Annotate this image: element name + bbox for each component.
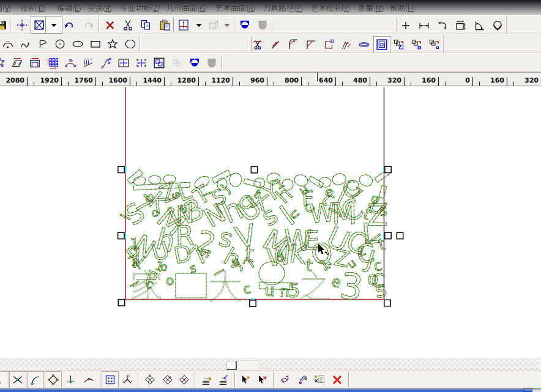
toolbar-button-dome-blue[interactable] [236, 17, 253, 34]
horizontal-scrollbar[interactable] [0, 358, 541, 370]
selection-handle[interactable] [251, 166, 257, 172]
selection-handle[interactable] [250, 300, 256, 306]
toolbar-button-dome-gray[interactable] [254, 17, 271, 34]
toolbar-button-paste[interactable] [157, 17, 174, 34]
toolbar-button-m-dist[interactable] [416, 17, 433, 34]
menu-item-3[interactable] [57, 0, 81, 15]
toolbar-button-dome-gray[interactable] [203, 54, 220, 72]
toolbar-button-crosshair[interactable] [13, 17, 31, 34]
toolbar-button-axes2d[interactable] [175, 17, 192, 34]
toolbar-button-m-rect[interactable] [452, 17, 469, 34]
canvas-viewport[interactable]: 7KZLTSoXYhFtJCUSMW3NhUsIWMCZNhR2sVMWEUCL… [0, 86, 541, 358]
toolbar-button-x-curve[interactable] [97, 54, 114, 72]
toolbar-button-m-circ[interactable] [489, 17, 506, 34]
toolbar-button-l-move[interactable] [198, 371, 215, 388]
toolbar-button-x-move[interactable] [115, 54, 132, 72]
toolbar-button-s-near[interactable] [80, 371, 97, 388]
toolbar-button-star[interactable] [104, 35, 121, 53]
toolbar-button-p-doc[interactable] [311, 371, 328, 388]
menu-item-9[interactable] [311, 0, 351, 15]
toolbar-button-dropdown[interactable] [218, 17, 236, 34]
toolbar-button-n-flat[interactable] [356, 36, 373, 53]
toolbar-button-dropdown[interactable] [45, 17, 62, 34]
box3d-icon [207, 19, 220, 31]
menu-item-10[interactable] [358, 0, 384, 15]
toolbar-button-copy[interactable] [137, 17, 154, 34]
toolbar-button-circle[interactable] [51, 35, 69, 53]
toolbar-button-n-copy1[interactable] [390, 36, 408, 53]
menu-item-6[interactable] [166, 0, 207, 15]
toolbar-button-n-copy3[interactable] [426, 36, 443, 53]
n-copy1-icon [393, 39, 405, 51]
toolbar-node-edit [247, 35, 444, 52]
scrollbar-thumb[interactable] [226, 361, 237, 371]
toolbar-button-p-diam[interactable] [277, 371, 294, 388]
selection-handle[interactable] [385, 166, 391, 172]
toolbar-button-v-iso1[interactable] [141, 371, 159, 388]
toolbar-button-x-skew[interactable] [9, 54, 26, 72]
toolbar-button-ellipse[interactable] [69, 35, 86, 53]
toolbar-button-n-chamfer[interactable] [302, 36, 319, 53]
toolbar-measure [392, 17, 507, 33]
toolbar-button-n-cut[interactable] [249, 36, 266, 53]
toolbar-button-save[interactable] [0, 17, 10, 34]
toolbar-button-x-mirror[interactable] [26, 54, 43, 72]
selection-handle[interactable] [397, 232, 403, 239]
toolbar-button-delete[interactable] [102, 17, 119, 34]
selection-handle[interactable] [118, 300, 124, 306]
selection-handle[interactable] [384, 300, 390, 306]
toolbar-button-n-nest[interactable] [373, 36, 390, 53]
toolbar-button-polyline[interactable] [34, 35, 51, 53]
toolbar-button-x-array[interactable] [44, 54, 61, 72]
toolbar-button-n-fillet[interactable] [285, 36, 302, 53]
toolbar-button-arc[interactable] [0, 35, 17, 53]
toolbar-button-curve[interactable] [17, 35, 34, 53]
toolbar-button-x-shrink[interactable] [133, 54, 150, 72]
toolbar-button-cut[interactable] [119, 17, 136, 34]
toolbar-button-s-grid[interactable] [102, 371, 119, 388]
toolbar-button-x-group-gray[interactable] [168, 54, 185, 72]
toolbar-button-s-quad[interactable] [45, 371, 62, 388]
menu-item-8[interactable] [263, 0, 304, 15]
toolbar-button-rectangle[interactable] [87, 35, 104, 53]
drawing-canvas[interactable]: 7KZLTSoXYhFtJCUSMW3NhUsIWMCZNhR2sVMWEUCL… [0, 86, 541, 358]
toolbar-button-redo[interactable] [80, 17, 97, 34]
toolbar-button-l-movearr[interactable] [215, 371, 233, 388]
menu-item-11[interactable] [390, 0, 416, 15]
toolbar-button-p-dot[interactable] [294, 371, 311, 388]
toolbar-button-n-extend[interactable] [267, 36, 284, 53]
toolbar-button-n-copy2[interactable] [408, 36, 425, 53]
toolbar-button-x-proj[interactable] [80, 54, 97, 72]
toolbar-button-n-offset[interactable] [338, 36, 355, 53]
toolbar-button-p-arrow[interactable] [237, 371, 254, 388]
x-group-gray-icon [171, 57, 183, 69]
nested-shapes-dark[interactable]: 7KZLTSoXYhFtJCUSMW3NhUsIWMCZNhR2sVMWEUCL… [117, 169, 390, 309]
toolbar-button-n-close[interactable] [320, 36, 337, 53]
toolbar-button-s-cross[interactable] [9, 371, 26, 388]
toolbar-button-s-tan[interactable] [27, 371, 44, 388]
toolbar-button-x-node[interactable] [0, 54, 8, 72]
toolbar-button-dome-blue[interactable] [186, 54, 203, 72]
toolbar-button-p-delx[interactable] [329, 371, 346, 388]
selection-handle[interactable] [385, 232, 391, 239]
toolbar-button-x-arch[interactable] [62, 54, 79, 72]
menu-item-7[interactable] [215, 0, 256, 15]
toolbar-button-v-iso2[interactable] [159, 371, 176, 388]
menu-item-5[interactable] [120, 0, 160, 15]
toolbar-button-m-angle[interactable] [471, 17, 488, 34]
toolbar-button-x-group[interactable] [151, 54, 168, 72]
toolbar-button-s-axes[interactable]: zxy [119, 371, 136, 388]
toolbar-button-undo[interactable] [61, 17, 78, 34]
toolbar-button-v-isod[interactable] [176, 371, 193, 388]
menu-item-1[interactable] [0, 0, 12, 15]
toolbar-button-m-point[interactable] [397, 17, 414, 34]
menu-item-2[interactable] [21, 0, 47, 15]
toolbar-button-s-end[interactable] [0, 371, 9, 388]
menu-item-4[interactable] [88, 0, 113, 15]
toolbar-button-s-perp[interactable] [62, 371, 80, 388]
toolbar-button-m-path[interactable] [434, 17, 451, 34]
selection-handle[interactable] [118, 232, 124, 239]
toolbar-button-polygon[interactable] [122, 35, 139, 53]
toolbar-button-p-arrowx[interactable] [253, 371, 270, 388]
selection-handle[interactable] [118, 166, 124, 172]
